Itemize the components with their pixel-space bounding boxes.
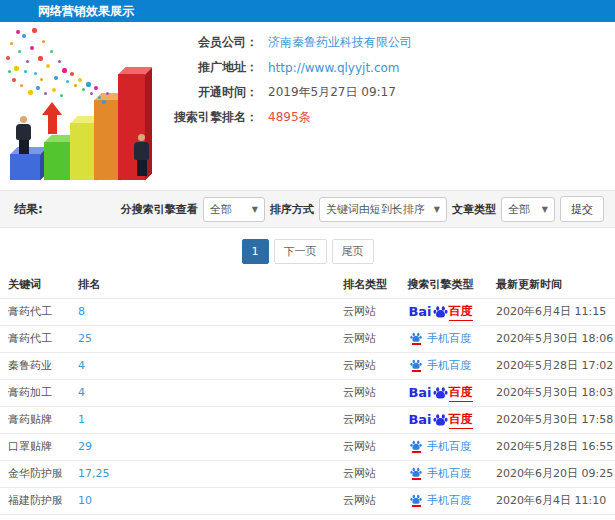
confetti-dot [82,88,85,91]
info-value: 4895条 [268,109,311,126]
baidu-logo: Bai百度 [408,384,472,402]
baidu-mobile-underline [412,451,421,453]
keyword-cell: 膏药代工 [0,325,70,352]
sort-filter-value: 关键词由短到长排序 [326,202,425,217]
bar-orange [94,100,120,180]
paw-icon [410,358,422,370]
confetti-dot [10,42,13,45]
article-type-select[interactable]: 全部 ▼ [501,197,555,222]
rank-cell[interactable]: 1 [70,406,335,433]
info-label: 推广地址： [150,59,258,76]
rank-cell[interactable]: 4 [70,352,335,379]
article-type-value: 全部 [508,202,530,217]
updated-cell: 2020年6月4日 11:15 [488,298,615,325]
engine-cell: 手机百度 [393,352,488,379]
confetti-dot [32,28,37,33]
page-button[interactable]: 1 [242,239,269,264]
confetti-dot [18,50,21,53]
keyword-cell [0,514,70,520]
rank-cell[interactable]: 17,25 [70,460,335,487]
updated-cell: 2020年5月28日 17:02 [488,352,615,379]
confetti-dot [24,70,27,73]
table-row: 膏药加工 4 云网站 Bai百度 2020年5月30日 18:03 [0,379,615,406]
page-button[interactable]: 尾页 [332,239,374,264]
rank-type-cell: 云网站 [335,433,393,460]
confetti-dot [60,94,63,97]
info-label: 会员公司： [150,34,258,51]
rank-cell[interactable]: 4 [70,379,335,406]
keyword-cell: 福建防护服 [0,487,70,514]
rank-type-cell: 云网站 [335,352,393,379]
rank-type-cell: 云网站 [335,298,393,325]
info-value[interactable]: http://www.qlyyjt.com [268,61,400,75]
submit-button[interactable]: 提交 [560,196,604,222]
updated-cell: 2020年6月4日 11:10 [488,487,615,514]
confetti-dot [46,64,50,68]
updated-cell [488,514,615,520]
confetti-dot [22,34,26,38]
table-row: 金华防护服 17,25 云网站 手机百度 2020年6月20日 09:25 [0,460,615,487]
info-row: 搜索引擎排名： 4895条 [150,105,615,130]
page-title: 网络营销效果展示 [38,4,134,18]
confetti-dot [74,84,77,87]
sort-filter-select[interactable]: 关键词由短到长排序 ▼ [319,197,447,222]
baidu-mobile-logo: 手机百度 [410,466,471,481]
info-value: 2019年5月27日 09:17 [268,84,396,101]
info-row: 推广地址： http://www.qlyyjt.com [150,55,615,80]
engine-cell: 手机百度 [393,433,488,460]
baidu-mobile-label: 手机百度 [427,439,471,454]
filter-controls: 分搜索引擎查看 全部 ▼ 排序方式 关键词由短到长排序 ▼ 文章类型 全部 ▼ … [121,196,615,222]
table-row: Bai百度 [0,514,615,520]
chevron-down-icon: ▼ [252,205,258,214]
keyword-cell: 口罩贴牌 [0,433,70,460]
result-label: 结果: [14,201,43,218]
chevron-down-icon: ▼ [434,205,440,214]
paw-icon [433,304,448,319]
baidu-mobile-label: 手机百度 [427,466,471,481]
table-body: 膏药代工 8 云网站 Bai百度 2020年6月4日 11:15 膏药代工 25… [0,298,615,520]
keyword-cell: 膏药代工 [0,298,70,325]
baidu-mobile-underline [412,505,421,507]
rank-cell[interactable] [70,514,335,520]
table-row: 膏药代工 8 云网站 Bai百度 2020年6月4日 11:15 [0,298,615,325]
baidu-mobile-underline [412,343,421,345]
confetti-dot [6,56,10,60]
rank-cell[interactable]: 10 [70,487,335,514]
baidu-mobile-label: 手机百度 [427,493,471,508]
page-button[interactable]: 下一页 [274,239,327,264]
growth-arrow-icon [48,114,57,134]
bar-yellow [70,123,96,180]
results-table: 关键词 排名 排名类型 搜索引擎类型 最新更新时间 膏药代工 8 云网站 Bai… [0,272,615,520]
info-label: 开通时间： [150,84,258,101]
updated-cell: 2020年5月30日 18:06 [488,325,615,352]
confetti-dot [42,40,45,43]
baidu-mobile-icon [410,358,422,372]
confetti-dot [34,72,37,75]
rank-type-cell: 云网站 [335,325,393,352]
info-value[interactable]: 济南秦鲁药业科技有限公司 [268,34,412,51]
baidu-mobile-logo: 手机百度 [410,331,471,346]
keyword-cell: 膏药加工 [0,379,70,406]
confetti-dot [36,86,40,90]
engine-cell: Bai百度 [393,298,488,325]
confetti-dot [40,78,43,81]
paw-icon [433,412,448,427]
confetti-dot [70,72,74,76]
rank-cell[interactable]: 8 [70,298,335,325]
confetti-dot [20,84,23,87]
promo-graphic [0,26,170,186]
baidu-bai-text: Bai [408,304,431,319]
table-row: 福建防护服 10 云网站 手机百度 2020年6月4日 11:10 [0,487,615,514]
paw-icon [410,331,422,343]
baidu-mobile-underline [412,370,421,372]
table-header-row: 关键词 排名 排名类型 搜索引擎类型 最新更新时间 [0,272,615,298]
confetti-dot [62,68,67,73]
confetti-dot [38,56,43,61]
rank-cell[interactable]: 29 [70,433,335,460]
paw-icon [410,466,422,478]
engine-filter-select[interactable]: 全部 ▼ [203,197,265,222]
confetti-dot [50,50,53,53]
updated-cell: 2020年5月30日 18:03 [488,379,615,406]
rank-cell[interactable]: 25 [70,325,335,352]
baidu-mobile-label: 手机百度 [427,331,471,346]
